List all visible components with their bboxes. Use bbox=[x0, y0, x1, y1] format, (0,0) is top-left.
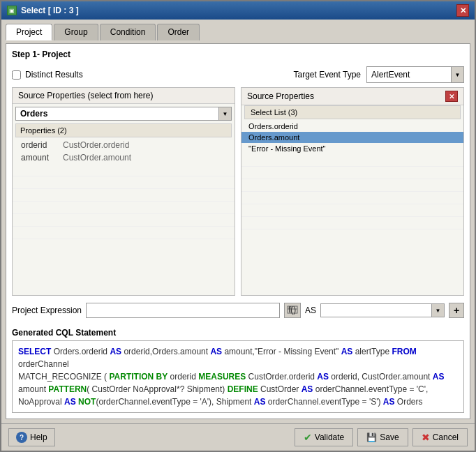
project-expression-label: Project Expression bbox=[12, 306, 82, 315]
main-window: ▣ Select [ ID : 3 ] ✕ Project Group Cond… bbox=[0, 0, 476, 452]
cql-16: Orders bbox=[394, 397, 422, 407]
right-source-panel: Source Properties ✕ Select List (3) Orde… bbox=[241, 87, 464, 296]
target-event-type-dropdown-btn[interactable]: ▼ bbox=[451, 67, 463, 82]
cql-as6: AS bbox=[302, 384, 313, 394]
cql-select: SELECT bbox=[18, 347, 54, 356]
add-button[interactable]: + bbox=[449, 303, 464, 318]
empty-row-5 bbox=[13, 214, 235, 227]
cql-3: amount,"Error - Missing Event" bbox=[222, 347, 341, 356]
distinct-results-label: Distinct Results bbox=[25, 70, 83, 80]
cql-7: CustOrder.orderid bbox=[246, 372, 317, 382]
right-empty-row-6 bbox=[241, 217, 463, 229]
cql-section: Generated CQL Statement SELECT Orders.or… bbox=[12, 328, 464, 413]
target-event-type-dropdown[interactable]: AlertEvent ▼ bbox=[366, 66, 464, 83]
orders-dropdown-btn[interactable]: ▼ bbox=[218, 107, 231, 120]
cql-measures: MEASURES bbox=[198, 372, 246, 382]
target-event-type-value: AlertEvent bbox=[367, 68, 451, 81]
tab-project[interactable]: Project bbox=[6, 24, 52, 40]
empty-row-3 bbox=[13, 189, 235, 202]
cql-14: (orderChannel.eventType = 'A'), Shipment bbox=[96, 397, 253, 407]
cancel-button[interactable]: ✖ Cancel bbox=[412, 428, 468, 446]
cancel-label: Cancel bbox=[433, 432, 459, 442]
select-list-item-1[interactable]: Orders.amount bbox=[241, 132, 463, 143]
right-panel-header: Source Properties ✕ bbox=[241, 88, 463, 105]
content-area: Project Group Condition Order Step 1- Pr… bbox=[1, 20, 475, 423]
cql-11: CustOrder bbox=[258, 384, 302, 394]
cql-partition: PARTITION BY bbox=[109, 372, 168, 382]
right-empty-row-3 bbox=[241, 179, 463, 192]
empty-row-6 bbox=[13, 227, 235, 239]
expression-builder-button[interactable]: f() bbox=[284, 303, 301, 318]
title-bar-left: ▣ Select [ ID : 3 ] bbox=[7, 6, 79, 15]
save-button[interactable]: 💾 Save bbox=[357, 428, 408, 446]
save-icon: 💾 bbox=[366, 432, 377, 442]
cql-as9: AS bbox=[383, 397, 395, 407]
cql-not: NOT bbox=[78, 397, 96, 407]
cql-2: orderid,Orders.amount bbox=[121, 347, 210, 356]
top-options-row: Distinct Results Target Event Type Alert… bbox=[12, 66, 464, 83]
cql-4: alertType bbox=[352, 347, 392, 356]
property-value-amount: CustOrder.amount bbox=[63, 153, 131, 163]
action-buttons: ✔ Validate 💾 Save ✖ Cancel bbox=[295, 428, 468, 446]
cql-as8: AS bbox=[254, 397, 266, 407]
as-dropdown-btn[interactable]: ▼ bbox=[431, 304, 444, 317]
svg-text:f(): f() bbox=[288, 306, 296, 315]
save-label: Save bbox=[380, 432, 399, 442]
empty-row-2 bbox=[13, 176, 235, 189]
cancel-icon: ✖ bbox=[422, 432, 430, 443]
tab-order[interactable]: Order bbox=[157, 24, 200, 40]
help-button[interactable]: ? Help bbox=[8, 428, 55, 446]
cql-as3: AS bbox=[341, 347, 353, 356]
orders-dropdown[interactable]: Orders ▼ bbox=[15, 107, 232, 121]
right-empty-row-5 bbox=[241, 204, 463, 217]
step-label: Step 1- Project bbox=[12, 50, 464, 59]
remove-button[interactable]: ✕ bbox=[445, 91, 458, 102]
cql-9: amount bbox=[18, 384, 48, 394]
property-value-orderid: CustOrder.orderid bbox=[63, 140, 129, 150]
cql-6: orderid bbox=[168, 372, 198, 382]
project-expression-input[interactable] bbox=[86, 303, 280, 318]
distinct-results-row: Distinct Results bbox=[12, 70, 235, 80]
validate-icon: ✔ bbox=[304, 432, 312, 443]
orders-value: Orders bbox=[16, 107, 218, 120]
property-name-orderid: orderid bbox=[21, 140, 56, 150]
as-label: AS bbox=[305, 306, 316, 315]
select-list-item-0[interactable]: Orders.orderid bbox=[241, 121, 463, 132]
cql-define: DEFINE bbox=[228, 384, 258, 394]
as-input[interactable] bbox=[321, 304, 431, 317]
property-row-amount: amount CustOrder.amount bbox=[13, 151, 235, 164]
property-row-orderid: orderid CustOrder.orderid bbox=[13, 139, 235, 151]
tab-group[interactable]: Group bbox=[54, 24, 98, 40]
cql-from: FROM bbox=[392, 347, 416, 356]
source-panels: Source Properties (select from here) Ord… bbox=[12, 87, 464, 296]
property-name-amount: amount bbox=[21, 153, 56, 163]
cql-as4: AS bbox=[317, 372, 329, 382]
validate-label: Validate bbox=[315, 432, 344, 442]
cql-10: ( CustOrder NoApproval*? Shipment) bbox=[87, 384, 227, 394]
cql-as2: AS bbox=[210, 347, 222, 356]
right-empty-row-1 bbox=[241, 154, 463, 167]
cql-as5: AS bbox=[433, 372, 445, 382]
left-source-panel: Source Properties (select from here) Ord… bbox=[12, 87, 235, 296]
cql-8: orderid, CustOrder.amount bbox=[329, 372, 433, 382]
tab-condition[interactable]: Condition bbox=[100, 24, 156, 40]
right-panel-title: Source Properties bbox=[247, 91, 314, 101]
cql-as7: AS bbox=[64, 397, 76, 407]
left-panel-header: Source Properties (select from here) bbox=[13, 88, 235, 104]
main-panel: Step 1- Project Distinct Results Target … bbox=[6, 43, 470, 419]
help-label: Help bbox=[30, 432, 47, 442]
left-panel-title: Source Properties (select from here) bbox=[18, 91, 153, 100]
cql-15: orderChannel.eventType = 'S') bbox=[265, 397, 382, 407]
distinct-results-checkbox[interactable] bbox=[12, 70, 21, 80]
close-button[interactable]: ✕ bbox=[456, 4, 469, 17]
cql-1: Orders.orderid bbox=[54, 347, 110, 356]
cql-pattern: PATTERN bbox=[48, 384, 87, 394]
select-list-item-2[interactable]: "Error - Missing Event" bbox=[241, 143, 463, 154]
project-expression-row: Project Expression f() AS ▼ + bbox=[12, 300, 464, 321]
cql-box: SELECT Orders.orderid AS orderid,Orders.… bbox=[12, 340, 464, 413]
validate-button[interactable]: ✔ Validate bbox=[295, 428, 353, 446]
target-event-type-row: Target Event Type AlertEvent ▼ bbox=[241, 66, 464, 83]
target-event-type-label: Target Event Type bbox=[293, 70, 361, 80]
select-list-header: Select List (3) bbox=[244, 105, 461, 119]
empty-row-4 bbox=[13, 202, 235, 214]
